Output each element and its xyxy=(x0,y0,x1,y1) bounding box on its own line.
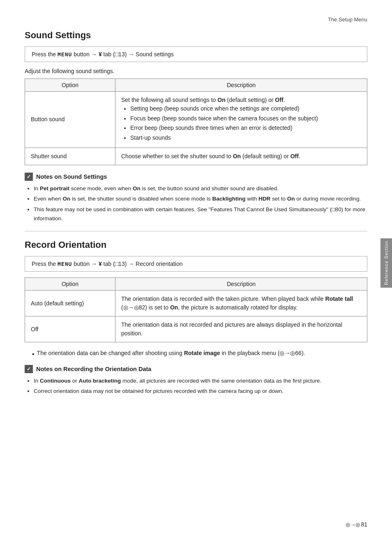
desc-auto: The orientation data is recorded with th… xyxy=(115,291,367,316)
page-footer: ◎→◎ 81 xyxy=(346,521,367,528)
list-item: Correct orientation data may not be obta… xyxy=(34,387,367,396)
desc-shutter-sound: Choose whether to set the shutter sound … xyxy=(115,148,367,165)
sound-settings-instruction: Press the MENU button → ¥ tab (□13) → So… xyxy=(25,46,367,62)
list-item: This feature may not be used in combinat… xyxy=(34,205,367,223)
record-notes-title: ✓ Notes on Recording the Orientation Dat… xyxy=(25,365,367,373)
record-notes: ✓ Notes on Recording the Orientation Dat… xyxy=(25,365,367,396)
option-shutter-sound: Shutter sound xyxy=(25,148,115,165)
record-orientation-title: Record Orientation xyxy=(25,240,367,250)
desc-off: The orientation data is not recorded and… xyxy=(115,316,367,342)
sound-notes-list: In Pet portrait scene mode, even when On… xyxy=(25,184,367,223)
notes-icon-sound: ✓ xyxy=(25,173,33,181)
col-description-record: Description xyxy=(115,278,367,291)
notes-icon-record: ✓ xyxy=(25,365,33,373)
option-off: Off xyxy=(25,316,115,342)
option-button-sound: Button sound xyxy=(25,92,115,148)
menu-label-sound: MENU xyxy=(58,51,72,58)
table-row: Shutter sound Choose whether to set the … xyxy=(25,148,367,165)
footer-icon: ◎→◎ xyxy=(346,522,360,528)
rotate-note: The orientation data can be changed afte… xyxy=(25,350,367,359)
side-tab: Reference Section xyxy=(380,238,392,288)
record-orientation-instruction: Press the MENU button → ¥ tab (□13) → Re… xyxy=(25,256,367,272)
col-option-sound: Option xyxy=(25,79,115,92)
table-row: Auto (default setting) The orientation d… xyxy=(25,291,367,316)
col-option-record: Option xyxy=(25,278,115,291)
rotate-note-text: The orientation data can be changed afte… xyxy=(37,350,305,356)
record-notes-list: In Continuous or Auto bracketing mode, a… xyxy=(25,376,367,396)
side-tab-text: Reference Section xyxy=(384,241,389,285)
table-row: Off The orientation data is not recorded… xyxy=(25,316,367,342)
record-orientation-table: Option Description Auto (default setting… xyxy=(25,277,367,342)
list-item: Even when On is set, the shutter sound i… xyxy=(34,194,367,203)
table-row: Button sound Set the following all sound… xyxy=(25,92,367,148)
sound-notes-title: ✓ Notes on Sound Settings xyxy=(25,173,367,181)
header-text: The Setup Menu xyxy=(328,16,367,23)
sound-settings-intro: Adjust the following sound settings. xyxy=(25,68,367,74)
sound-notes: ✓ Notes on Sound Settings In Pet portrai… xyxy=(25,173,367,223)
divider-1 xyxy=(25,231,367,231)
page-number: 81 xyxy=(361,521,367,528)
sound-settings-title: Sound Settings xyxy=(25,30,367,41)
page-header: The Setup Menu xyxy=(25,16,367,23)
desc-button-sound: Set the following all sound settings to … xyxy=(115,92,367,148)
list-item: In Pet portrait scene mode, even when On… xyxy=(34,184,367,193)
menu-label-record: MENU xyxy=(58,261,72,267)
sound-settings-table: Option Description Button sound Set the … xyxy=(25,78,367,165)
option-auto: Auto (default setting) xyxy=(25,291,115,316)
list-item: In Continuous or Auto bracketing mode, a… xyxy=(34,376,367,385)
col-description-sound: Description xyxy=(115,79,367,92)
